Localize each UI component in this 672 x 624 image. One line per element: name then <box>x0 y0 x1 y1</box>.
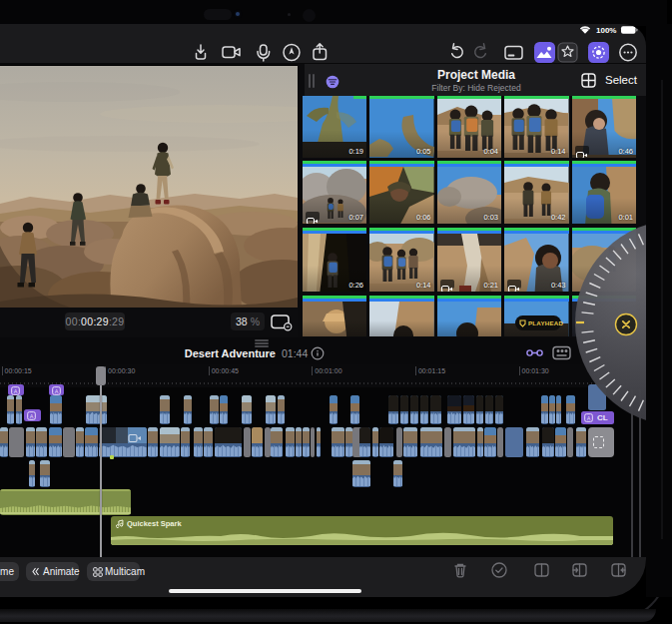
svg-text:100%: 100% <box>596 26 616 35</box>
svg-text:A: A <box>13 387 17 393</box>
svg-text:A: A <box>54 387 58 393</box>
svg-text:A: A <box>29 412 33 418</box>
